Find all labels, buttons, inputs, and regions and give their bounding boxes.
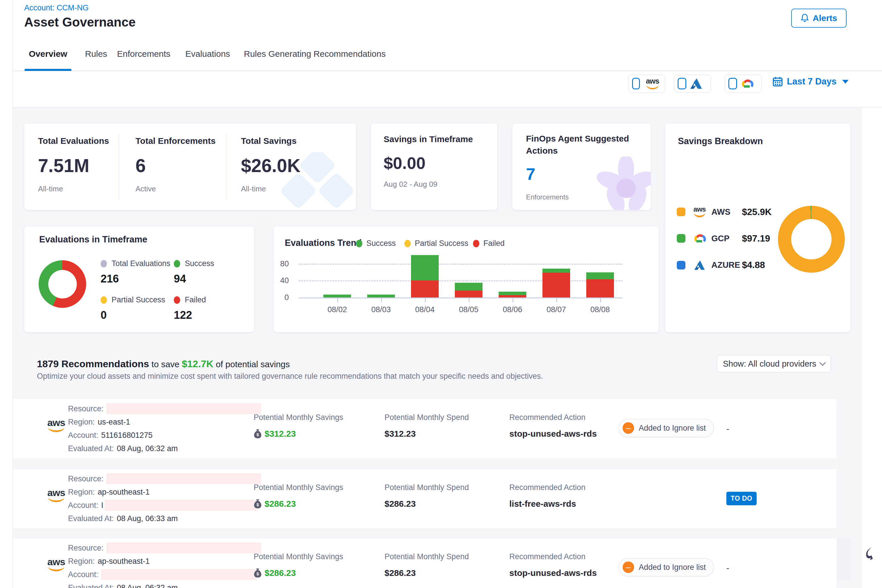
aws-logo-icon: aws <box>691 206 708 218</box>
x-axis-tick <box>425 298 426 302</box>
legend-item-failed: Failed 122 <box>174 296 206 321</box>
stat-sublabel: All-time <box>241 184 266 194</box>
x-axis-label: 08/03 <box>361 305 401 314</box>
stat-value: 6 <box>135 155 146 176</box>
cursor-artifact-icon <box>865 546 873 564</box>
card-title: Evaluations Trend <box>285 238 362 248</box>
scrollbar-track[interactable] <box>838 538 851 580</box>
chevron-down-icon <box>842 80 849 84</box>
minus-icon: – <box>622 561 634 573</box>
trend-bar-08/07 <box>543 268 570 297</box>
todo-status-badge[interactable]: TO DO <box>726 492 757 505</box>
aws-logo-icon: aws <box>644 78 662 89</box>
status-empty: - <box>726 563 729 573</box>
recommendation-row[interactable]: aws Resource: Region:ap-southeast-1 Acco… <box>13 469 837 528</box>
svg-text:$: $ <box>256 432 259 437</box>
gcp-logo-icon <box>691 233 708 244</box>
card-evaluations-trend: Evaluations Trend Success Partial Succes… <box>274 226 658 332</box>
svg-text:$: $ <box>256 571 259 576</box>
legend-color-chip <box>677 234 686 243</box>
stat-sublabel: Aug 02 - Aug 09 <box>384 180 437 189</box>
savings-breakdown-donut-chart <box>778 206 845 273</box>
azure-logo-icon <box>690 78 702 89</box>
tab-enforcements[interactable]: Enforcements <box>117 49 170 59</box>
card-title: Savings Breakdown <box>678 136 763 146</box>
cloud-provider-filter-select[interactable]: Show: All cloud providers <box>717 355 831 372</box>
account-breadcrumb[interactable]: Account: CCM-NG <box>24 3 89 12</box>
filter-provider-aws[interactable]: aws <box>628 75 665 93</box>
legend-item-partial-success: Partial Success 0 <box>100 296 165 321</box>
redacted-resource <box>106 403 261 414</box>
recommended-action: Recommended Action stop-unused-aws-rds <box>509 552 597 578</box>
trend-bar-08/04 <box>411 255 439 297</box>
trend-bar-08/05 <box>455 283 483 297</box>
x-axis-label: 08/05 <box>448 305 489 314</box>
stat-sublabel: Active <box>135 184 156 194</box>
potential-monthly-spend: Potential Monthly Spend $286.23 <box>384 483 469 509</box>
x-axis-tick <box>337 298 338 302</box>
card-savings-breakdown: Savings Breakdown aws AWS $25.9K GCP $9 <box>665 123 850 332</box>
potential-monthly-spend: Potential Monthly Spend $286.23 <box>384 552 469 578</box>
legend-item-total-evaluations: Total Evaluations 216 <box>100 259 170 285</box>
finops-watermark <box>590 156 651 210</box>
svg-text:$: $ <box>256 502 259 507</box>
collapsed-sidebar-rail <box>0 0 13 588</box>
tab-overview[interactable]: Overview <box>29 49 67 59</box>
recommendations-subtitle: Optimize your cloud assets and minimize … <box>37 372 543 381</box>
stat-label: FinOps Agent Suggested <box>526 134 629 144</box>
recommended-action: Recommended Action stop-unused-aws-rds <box>509 413 597 439</box>
x-axis-tick <box>556 298 557 302</box>
money-bag-icon: $ <box>254 499 262 509</box>
legend-item-gcp: GCP $97.19 <box>677 233 770 244</box>
recommendation-row[interactable]: aws Resource: Region:ap-southeast-1 Acco… <box>13 538 837 588</box>
stat-label: Total Savings <box>241 136 297 146</box>
aws-checkbox[interactable] <box>632 78 640 89</box>
added-to-ignore-list-chip[interactable]: – Added to Ignore list <box>618 419 714 437</box>
stat-value: $0.00 <box>384 153 425 172</box>
filter-toolbar: aws Last 7 Days <box>13 71 882 108</box>
azure-logo-icon <box>691 260 708 270</box>
trend-bar-08/08 <box>586 272 614 297</box>
legend-item-aws: aws AWS $25.9K <box>677 206 772 218</box>
chevron-down-icon <box>819 359 826 366</box>
tab-rules-generating-recommendations[interactable]: Rules Generating Recommendations <box>244 49 386 59</box>
stat-label: Total Enforcements <box>135 136 216 146</box>
gcp-checkbox[interactable] <box>728 78 737 89</box>
card-evaluations-in-timeframe: Evaluations in Timeframe Total Evaluatio… <box>24 226 254 332</box>
recommended-action: Recommended Action list-free-aws-rds <box>509 483 585 509</box>
status-empty: - <box>726 424 729 434</box>
legend-color-chip <box>677 207 686 216</box>
minus-icon: – <box>622 422 634 434</box>
card-savings-in-timeframe: Savings in Timeframe $0.00 Aug 02 - Aug … <box>371 123 497 210</box>
stat-sublabel: All-time <box>38 184 63 194</box>
stat-label: Total Evaluations <box>38 136 109 146</box>
potential-monthly-savings: Potential Monthly Savings $ $312.23 <box>254 413 343 439</box>
x-axis-label: 08/04 <box>405 305 445 314</box>
tab-evaluations[interactable]: Evaluations <box>185 49 230 59</box>
evaluations-donut-chart <box>39 260 86 308</box>
gcp-logo-icon <box>741 78 754 89</box>
legend-item-success: Success 94 <box>174 259 214 285</box>
alerts-button[interactable]: Alerts <box>791 9 846 28</box>
date-range-selector[interactable]: Last 7 Days <box>772 76 849 87</box>
filter-provider-gcp[interactable] <box>724 75 762 93</box>
x-axis-tick <box>469 298 470 302</box>
redacted-account <box>101 569 257 580</box>
stat-value: 7 <box>526 164 535 184</box>
redacted-resource <box>106 473 261 484</box>
stat-sublabel: Enforcements <box>526 193 569 201</box>
added-to-ignore-list-chip[interactable]: – Added to Ignore list <box>618 558 714 576</box>
aws-logo-icon: aws <box>46 488 66 502</box>
resource-details: Resource: Region:us-east-1 Account:51161… <box>68 402 261 455</box>
azure-checkbox[interactable] <box>678 78 686 89</box>
y-axis-tick: 80 <box>276 260 289 268</box>
filter-provider-azure[interactable] <box>674 75 711 93</box>
potential-monthly-savings: Potential Monthly Savings $ $286.23 <box>254 483 343 509</box>
dashboard-body: Total Evaluations 7.51M All-time Total E… <box>13 108 862 588</box>
aws-logo-icon: aws <box>46 418 66 432</box>
tab-bar: Overview Rules Enforcements Evaluations … <box>13 42 882 71</box>
recommendations-title: 1879 Recommendations to save $12.7K of p… <box>37 358 290 369</box>
recommendation-row[interactable]: aws Resource: Region:us-east-1 Account:5… <box>13 399 837 458</box>
tab-rules[interactable]: Rules <box>85 49 107 59</box>
money-bag-icon: $ <box>254 568 262 578</box>
